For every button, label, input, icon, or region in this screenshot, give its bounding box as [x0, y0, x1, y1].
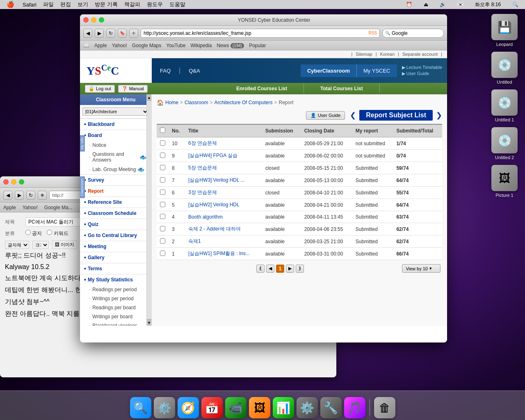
table-row[interactable]: 6 3장 연습문제 closed 2008-04-10 21:00 Submit…	[157, 187, 442, 199]
search-bar[interactable]: 🔍 Google	[382, 29, 444, 38]
dock-safari[interactable]: 🧭	[178, 397, 199, 418]
table-row[interactable]: 10 6장 연습문제 available 2008-05-29 21:00 no…	[157, 137, 442, 150]
bg-back-button[interactable]: ◀	[3, 191, 12, 200]
view-by-select[interactable]: View by 10 ▾	[402, 264, 441, 273]
classroom-tab[interactable]: Classroom	[80, 176, 85, 198]
sidebar-item-blackboard-viewings[interactable]: ◦ Blackboard viewings	[80, 321, 151, 326]
notice-radio[interactable]	[25, 230, 31, 235]
bg-close-button[interactable]	[3, 179, 9, 185]
row-checkbox-3[interactable]	[160, 177, 165, 183]
minimize-button[interactable]	[91, 17, 96, 23]
sidebar-item-blackboard[interactable]: • Blackboard	[80, 119, 151, 130]
dock-system-prefs[interactable]: ⚙️	[297, 397, 318, 418]
bg-apple-bookmark[interactable]: Apple	[3, 205, 16, 210]
row-title-5[interactable]: [실습HW2] Verilog HDL	[185, 199, 262, 211]
row-checkbox-6[interactable]	[160, 214, 165, 219]
bookmark-yahoo[interactable]: Yahoo!	[112, 43, 127, 48]
my-info-tab[interactable]: My Info	[80, 135, 85, 152]
last-page-button[interactable]: ⟫	[296, 265, 304, 273]
sidebar-item-qa[interactable]: ◦ Questions and Answers 🐟	[80, 150, 151, 164]
table-row[interactable]: 9 [실습HW4] FPGA 실습 available 2008-06-02 0…	[157, 150, 442, 162]
total-courses-link[interactable]: Total Courses List	[304, 84, 380, 94]
site-logo[interactable]: YSCeC	[87, 63, 119, 78]
reload-button[interactable]: ↻	[106, 29, 115, 38]
sidebar-item-survey[interactable]: • Survey	[80, 174, 151, 185]
sidebar-item-terms[interactable]: • Terms	[80, 263, 151, 274]
course-select[interactable]: [01]Architecture	[82, 107, 149, 116]
dock-excel[interactable]: 📊	[273, 397, 294, 418]
faq-link[interactable]: FAQ	[160, 68, 171, 74]
history-menu[interactable]: 방문 기록	[95, 1, 118, 8]
back-button[interactable]: ◀	[83, 29, 92, 38]
bookmark-popular[interactable]: Popular	[249, 43, 266, 48]
dock-facetime[interactable]: 📹	[225, 397, 247, 418]
file-menu[interactable]: 파일	[43, 1, 54, 8]
select-all-checkbox[interactable]	[160, 128, 165, 133]
bg-action-button[interactable]: ⊕	[38, 191, 47, 200]
bg-googlemaps-bookmark[interactable]: Google Ma...	[44, 205, 73, 210]
window-menu[interactable]: 원도우	[147, 1, 163, 8]
desktop-icon-untitled2[interactable]: 💿 Untitled 2	[490, 126, 519, 162]
next-page-button[interactable]: ▶	[286, 265, 294, 273]
table-row[interactable]: 1 [실습HW1] SPIM활용 : Ins... available 2008…	[157, 248, 442, 260]
logout-button[interactable]: 🔒 Log out	[85, 85, 115, 93]
bookmark-wikipedia[interactable]: Wikipedia	[190, 43, 212, 48]
image-button[interactable]: 🖼 이미지	[52, 240, 77, 249]
lecture-timetable-link[interactable]: ▶ Lecture Timetable	[402, 65, 443, 70]
table-row[interactable]: 5 [실습HW2] Verilog HDL available 2008-04-…	[157, 199, 442, 211]
breadcrumb-course[interactable]: Architecture Of Computers	[214, 100, 272, 105]
action-button[interactable]: 🔖	[118, 29, 127, 38]
row-title-0[interactable]: 6장 연습문제	[185, 137, 262, 150]
row-checkbox-2[interactable]	[160, 165, 165, 170]
dock-calendar[interactable]: 📅	[201, 397, 223, 418]
manual-button[interactable]: ❓ Manual	[118, 85, 148, 93]
row-checkbox-8[interactable]	[160, 238, 165, 244]
add-bookmark-button[interactable]: +	[129, 29, 138, 38]
user-guide-button[interactable]: 👤 User Guide	[306, 111, 345, 120]
dock-itunes[interactable]: 🎵	[344, 397, 365, 418]
row-checkbox-1[interactable]	[160, 153, 165, 158]
korean-link[interactable]: Korean	[380, 52, 395, 57]
keyword-radio[interactable]	[47, 230, 52, 235]
desktop-icon-picture1[interactable]: 🖼 Picture 1	[490, 163, 519, 199]
breadcrumb-home[interactable]: Home	[165, 100, 178, 105]
scroll-down-button[interactable]: ▼	[147, 319, 151, 326]
dock-finder[interactable]: 🔍	[130, 397, 151, 418]
row-title-4[interactable]: 3장 연습문제	[185, 187, 262, 199]
sidebar-item-reference[interactable]: • Reference Site	[80, 196, 151, 208]
desktop-icon-untitled1[interactable]: 💿 Untitled 1	[490, 88, 519, 124]
row-title-8[interactable]: 숙제1	[185, 235, 262, 248]
help-menu[interactable]: 도움말	[169, 1, 185, 8]
row-title-7[interactable]: 숙제 2 - Adder에 대하여	[185, 223, 262, 235]
table-row[interactable]: 2 숙제1 available 2008-03-25 21:00 Submitt…	[157, 235, 442, 248]
sidebar-item-writings-period[interactable]: ◦ Writings per period	[80, 294, 151, 303]
bookmarks-menu[interactable]: 책갈피	[124, 1, 140, 8]
sidebar-item-readings-board[interactable]: ◦ Readings per board	[80, 303, 151, 312]
row-title-3[interactable]: [실습HW3] Verilog HDL ...	[185, 174, 262, 187]
my-yscec-button[interactable]: My YSCEC	[357, 64, 397, 77]
bg-yahoo-bookmark[interactable]: Yahoo!	[23, 205, 38, 210]
table-row[interactable]: 3 숙제 2 - Adder에 대하여 available 2008-04-06…	[157, 223, 442, 235]
breadcrumb-classroom[interactable]: Classroom	[185, 100, 208, 105]
sidebar-item-gallery[interactable]: • Gallery	[80, 252, 151, 263]
first-page-button[interactable]: ⟪	[256, 265, 265, 273]
table-row[interactable]: 7 [실습HW3] Verilog HDL ... available 2008…	[157, 174, 442, 187]
forward-button[interactable]: ▶	[95, 29, 104, 38]
bg-forward-button[interactable]: ▶	[15, 191, 24, 200]
row-checkbox-4[interactable]	[160, 189, 165, 195]
bookmark-googlemaps[interactable]: Google Maps	[132, 43, 161, 48]
sidebar-item-notice[interactable]: ◦ Notice	[80, 141, 151, 150]
qa-link[interactable]: Q&A	[189, 68, 200, 74]
bookmark-youtube[interactable]: YouTube	[166, 43, 185, 48]
table-row[interactable]: 8 5장 연습문제 closed 2008-05-15 21:00 Submit…	[157, 162, 442, 174]
sidebar-item-readings-period[interactable]: ◦ Readings per period	[80, 285, 151, 294]
row-checkbox-0[interactable]	[160, 140, 165, 146]
sidebar-item-meeting[interactable]: • Meeting	[80, 241, 151, 252]
sidebar-item-library[interactable]: • Go to Central Library	[80, 230, 151, 241]
dock-settings[interactable]: ⚙️	[154, 397, 175, 418]
maximize-button[interactable]	[99, 17, 104, 23]
row-title-2[interactable]: 5장 연습문제	[185, 162, 262, 174]
sidebar-item-lab[interactable]: ◦ Lab. Group Meeting 🐟	[80, 164, 151, 174]
row-checkbox-7[interactable]	[160, 226, 165, 231]
prev-page-button[interactable]: ◀	[266, 265, 274, 273]
